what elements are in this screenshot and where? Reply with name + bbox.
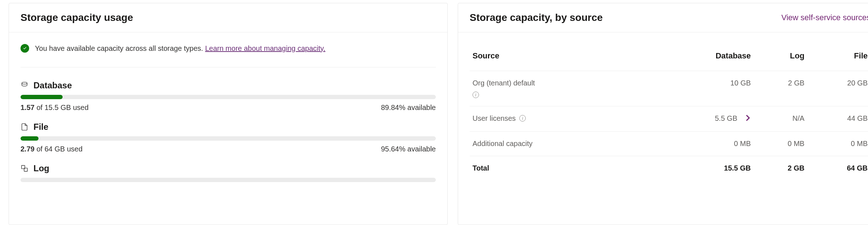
cell-file: 64 GB [807, 156, 868, 181]
storage-usage-card: Storage capacity usage You have availabl… [9, 3, 448, 225]
source-name: User licenses [473, 114, 516, 123]
card-body: Source Database Log File Org (tenant) de… [458, 32, 868, 225]
source-table: Source Database Log File Org (tenant) de… [470, 44, 868, 180]
progress-fill [21, 136, 39, 141]
table-row: Org (tenant) default i 10 GB 2 GB 20 GB [470, 71, 868, 106]
storage-by-source-card: Storage capacity, by source View self-se… [458, 3, 868, 225]
status-text: You have available capacity across all s… [35, 44, 325, 53]
col-source[interactable]: Source [470, 44, 655, 71]
table-header-row: Source Database Log File [470, 44, 868, 71]
learn-more-link[interactable]: Learn more about managing capacity. [205, 44, 325, 52]
info-icon[interactable]: i [473, 92, 479, 98]
progress-track [21, 136, 436, 141]
cell-log: 2 GB [754, 71, 807, 106]
usage-title-row: Database [21, 80, 436, 91]
cell-log: 0 MB [754, 132, 807, 156]
usage-stats: 2.79 of 64 GB used 95.64% available [21, 145, 436, 153]
cell-database: 15.5 GB [655, 156, 754, 181]
cell-source: Additional capacity [470, 132, 655, 156]
cell-file: 0 MB [807, 132, 868, 156]
col-database[interactable]: Database [655, 44, 754, 71]
status-message: You have available capacity across all s… [35, 44, 203, 52]
usage-used-value: 1.57 [21, 103, 35, 111]
chevron-right-icon[interactable] [745, 114, 751, 123]
card-title: Storage capacity, by source [470, 12, 603, 23]
usage-database: Database 1.57 of 15.5 GB used 89.84% ava… [21, 80, 436, 112]
file-icon [21, 123, 28, 131]
progress-track [21, 95, 436, 99]
view-self-service-link[interactable]: View self-service sources [781, 13, 868, 22]
progress-track [21, 178, 436, 182]
usage-stats: 1.57 of 15.5 GB used 89.84% available [21, 103, 436, 112]
table-row: User licenses i 5.5 GB N/A 44 GB [470, 106, 868, 132]
cell-database: 10 GB [655, 71, 754, 106]
usage-label: File [33, 122, 48, 132]
status-row: You have available capacity across all s… [21, 44, 436, 67]
cell-source: Total [470, 156, 655, 181]
success-check-icon [21, 44, 29, 53]
svg-point-0 [22, 82, 27, 84]
cell-database: 5.5 GB [655, 106, 754, 132]
usage-label: Database [33, 80, 72, 91]
usage-available: 95.64% available [381, 145, 436, 153]
cell-source: Org (tenant) default i [470, 71, 655, 106]
card-header: Storage capacity, by source View self-se… [458, 3, 868, 32]
usage-used-suffix: of 64 GB used [37, 145, 83, 153]
usage-file: File 2.79 of 64 GB used 95.64% available [21, 122, 436, 153]
cell-log: 2 GB [754, 156, 807, 181]
usage-used-suffix: of 15.5 GB used [37, 103, 89, 111]
col-file[interactable]: File [807, 44, 868, 71]
cell-file: 44 GB [807, 106, 868, 132]
cell-source: User licenses i [470, 106, 655, 132]
cell-log: N/A [754, 106, 807, 132]
card-header: Storage capacity usage [9, 3, 447, 32]
usage-log: Log [21, 163, 436, 182]
cell-value: 5.5 GB [715, 114, 737, 122]
database-icon [21, 81, 28, 89]
col-log[interactable]: Log [754, 44, 807, 71]
usage-available: 89.84% available [381, 103, 436, 112]
info-icon[interactable]: i [519, 115, 526, 122]
progress-fill [21, 95, 63, 99]
usage-used-value: 2.79 [21, 145, 35, 153]
source-name: Org (tenant) default [473, 79, 535, 87]
table-total-row: Total 15.5 GB 2 GB 64 GB [470, 156, 868, 181]
card-title: Storage capacity usage [21, 12, 133, 23]
usage-title-row: File [21, 122, 436, 132]
log-icon [21, 164, 28, 172]
source-name: Additional capacity [473, 140, 533, 148]
table-row: Additional capacity 0 MB 0 MB 0 MB [470, 132, 868, 156]
usage-used: 1.57 of 15.5 GB used [21, 103, 89, 112]
card-body: You have available capacity across all s… [9, 32, 447, 225]
usage-label: Log [33, 163, 49, 173]
cell-database: 0 MB [655, 132, 754, 156]
usage-used: 2.79 of 64 GB used [21, 145, 82, 153]
usage-title-row: Log [21, 163, 436, 173]
cell-file: 20 GB [807, 71, 868, 106]
